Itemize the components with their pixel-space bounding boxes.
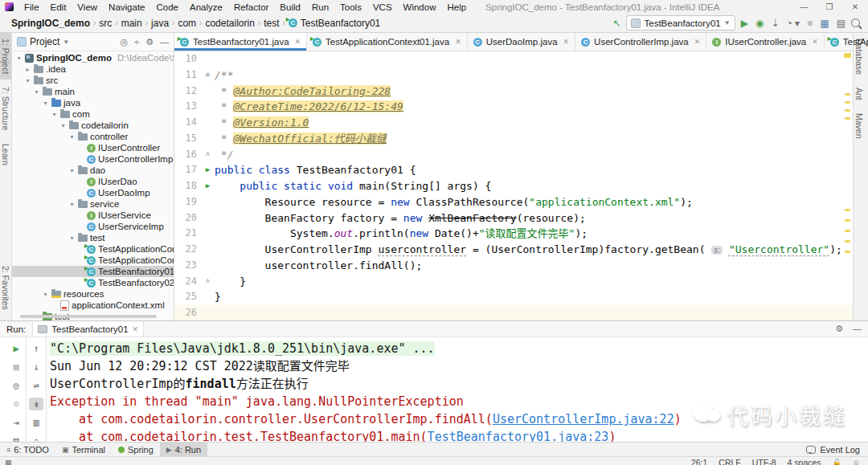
dump-threads-button[interactable]: ◎	[9, 379, 23, 392]
profiler-button[interactable]: ◔ ▾	[786, 18, 800, 29]
console-output[interactable]: "C:\Program Files\Java\jdk1.8.0_251\bin\…	[50, 340, 868, 442]
breadcrumb-item-main[interactable]: main	[121, 18, 142, 29]
chevron-down-icon[interactable]: ▾	[51, 111, 58, 118]
tree-row-idea[interactable]: ▸.idea	[12, 63, 174, 75]
code-line-11[interactable]: 11≡/**	[174, 67, 853, 84]
settings-button[interactable]: ⚙	[9, 398, 23, 410]
menu-tools[interactable]: Tools	[335, 2, 366, 13]
menu-build[interactable]: Build	[275, 2, 305, 13]
locate-file-button[interactable]: ◎	[120, 37, 128, 47]
stripe-item-learn[interactable]: Learn	[0, 138, 11, 171]
toolwindow-tab-terminal[interactable]: ▣Terminal	[55, 443, 112, 456]
close-icon[interactable]: ✕	[694, 38, 701, 46]
menu-analyze[interactable]: Analyze	[185, 2, 227, 13]
code-line-24[interactable]: 24˄ }	[174, 274, 853, 290]
tree-row-service[interactable]: ▾service	[12, 198, 174, 210]
chevron-down-icon[interactable]: ▾	[42, 100, 49, 107]
editor-tab-usercontrollerimp-java[interactable]: CUserControllerImp.java✕	[575, 33, 706, 51]
editor-tab-testapplicationcontext02-java[interactable]: CTestApplicationContext02.java✕	[825, 33, 868, 51]
code-line-26[interactable]: 26	[174, 305, 853, 320]
stripe-item-1-project[interactable]: 1: Project	[0, 33, 11, 80]
error-stripe-mark[interactable]	[845, 251, 850, 253]
chevron-right-icon[interactable]: ▸	[24, 66, 31, 73]
menu-refactor[interactable]: Refactor	[229, 2, 273, 13]
toolwindow-tab-spring[interactable]: Spring	[112, 443, 160, 456]
chevron-down-icon[interactable]: ▾	[59, 122, 67, 129]
breadcrumb-item-test[interactable]: test	[264, 18, 279, 29]
menu-file[interactable]: File	[19, 2, 44, 13]
toolwindow-tab-6-todo[interactable]: ≡6: TODO	[0, 443, 55, 456]
editor-tab-iusercontroller-java[interactable]: IIUserController.java✕	[706, 33, 825, 51]
tree-row-testbeanfactory01[interactable]: CTestBeanfactory01	[12, 266, 174, 277]
tree-row-iuserservice[interactable]: IIUserService	[12, 210, 174, 221]
run-configuration-select[interactable]: TestBeanfactory01 ▼	[626, 15, 735, 31]
tree-row-com[interactable]: ▾com	[12, 108, 174, 120]
search-everywhere-icon[interactable]	[851, 18, 860, 27]
debug-button[interactable]: ◉	[755, 18, 764, 29]
menu-vcs[interactable]: VCS	[368, 2, 397, 13]
tree-row-testapplicationcon[interactable]: CTestApplicationCon	[12, 243, 174, 255]
error-stripe-mark[interactable]	[844, 53, 851, 58]
code-line-20[interactable]: 20 BeanFactory factory = new XmlBeanFact…	[174, 210, 853, 226]
tree-row-iusercontroller[interactable]: IIUserController	[12, 142, 174, 153]
print-button[interactable]: ▥	[29, 416, 43, 429]
chevron-down-icon[interactable]: ▾	[15, 55, 23, 62]
menu-navigate[interactable]: Navigate	[104, 2, 149, 13]
code-line-14[interactable]: 14 * @Version:1.0	[174, 115, 853, 131]
collapse-all-button[interactable]: ÷	[134, 37, 139, 47]
breadcrumb-item-com[interactable]: com	[178, 18, 196, 29]
editor-tab-testapplicationcontext01-java[interactable]: CTestApplicationContext01.java✕	[307, 33, 468, 51]
run-button[interactable]: ▶	[741, 18, 748, 29]
tree-row-codetailorin[interactable]: ▾codetailorin	[12, 120, 174, 131]
tree-row-userdaoimp[interactable]: CUserDaoImp	[12, 187, 174, 198]
stacktrace-link[interactable]: UserControllerImp.java:22	[493, 412, 674, 426]
run-anything-button[interactable]: ▤	[837, 18, 845, 29]
close-button[interactable]: ✕	[842, 0, 868, 14]
chevron-down-icon[interactable]: ▾	[24, 77, 31, 84]
code-line-15[interactable]: 15 * @WechatOfficial:代码小裁缝	[174, 131, 853, 147]
tree-row-dao[interactable]: ▾dao	[12, 165, 174, 176]
status-crlf[interactable]: CRLF	[719, 458, 740, 465]
status-utf-8[interactable]: UTF-8	[752, 458, 776, 465]
project-structure-button[interactable]: ▦	[820, 18, 829, 29]
error-stripe-mark[interactable]	[845, 219, 850, 222]
tool-window-switcher-icon[interactable]: ▦	[5, 459, 12, 465]
tree-row-src[interactable]: ▾src	[12, 75, 174, 86]
error-stripe-mark[interactable]	[845, 93, 850, 96]
run-line-icon[interactable]: ▶	[201, 178, 215, 194]
next-stacktrace-button[interactable]: ↓	[29, 361, 43, 373]
horizontal-scrollbar[interactable]	[20, 315, 157, 318]
tree-row-applicationcontext-xml[interactable]: applicationContext.xml	[12, 300, 174, 311]
tree-row-java[interactable]: ▾java	[12, 97, 174, 108]
settings-button[interactable]: ⚙	[145, 37, 154, 47]
editor-tab-testbeanfactory01-java[interactable]: CTestBeanfactory01.java✕	[174, 33, 307, 51]
tree-row-usercontrollerimp[interactable]: CUserControllerImp	[12, 153, 174, 165]
status-4-spaces[interactable]: 4 spaces	[788, 458, 821, 465]
close-icon[interactable]: ✕	[133, 325, 139, 333]
toolwindow-tab-4-run[interactable]: ▶4: Run	[160, 443, 207, 456]
stacktrace-link[interactable]: TestBeanfactory01.java:23	[428, 430, 609, 442]
code-editor[interactable]: 1011≡/**12 * @Author:CodeTailoring-22813…	[174, 51, 853, 320]
clear-all-button[interactable]: ♺	[29, 434, 43, 442]
back-arrow-icon[interactable]: ↖	[612, 18, 620, 29]
error-stripe-mark[interactable]	[845, 230, 850, 232]
tree-row-main[interactable]: ▾main	[12, 86, 174, 97]
code-line-16[interactable]: 16˄ */	[174, 147, 853, 163]
detach-button[interactable]: ⇥	[9, 416, 23, 429]
tree-row-springioc-demo[interactable]: ▾SpringIOC_demoD:\IdeaCode\SpringIOC	[12, 52, 174, 63]
event-log-button[interactable]: Event Log	[806, 445, 860, 455]
close-icon[interactable]: ✕	[295, 38, 301, 46]
error-stripe-mark[interactable]	[845, 240, 850, 243]
menu-view[interactable]: View	[72, 2, 102, 13]
chevron-down-icon[interactable]: ▾	[68, 133, 76, 141]
error-stripe-mark[interactable]	[845, 101, 850, 104]
hide-button[interactable]: —	[853, 324, 862, 334]
tree-row-iuserdao[interactable]: IIUserDao	[12, 176, 174, 187]
close-icon[interactable]: ✕	[812, 38, 818, 46]
code-line-12[interactable]: 12 * @Author:CodeTailoring-228	[174, 84, 853, 100]
hide-button[interactable]: —	[160, 37, 169, 47]
coverage-button[interactable]: ⇣	[771, 18, 779, 29]
code-line-23[interactable]: 23 usercontroller.findAll();	[174, 258, 853, 274]
menu-run[interactable]: Run	[307, 2, 334, 13]
status-26-1[interactable]: 26:1	[691, 458, 707, 465]
